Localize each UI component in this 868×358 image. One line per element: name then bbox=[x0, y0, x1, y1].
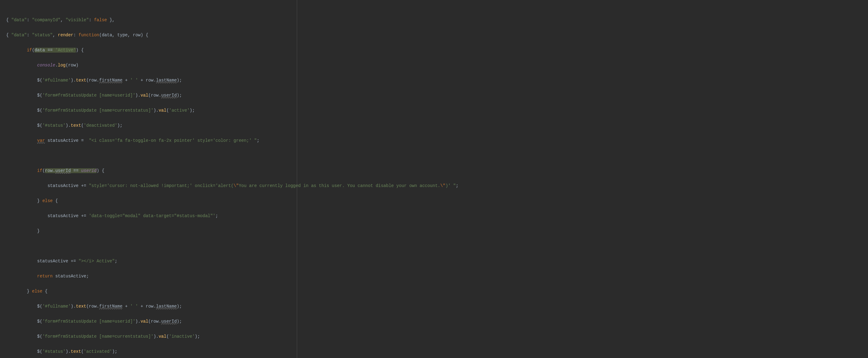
code-line[interactable]: $('form#frmStatusUpdate [name=currentsta… bbox=[6, 333, 868, 340]
code-line[interactable]: statusActive += 'data-toggle="modal" dat… bbox=[6, 212, 868, 220]
code-line[interactable]: if(row.userId == userid) { bbox=[6, 167, 868, 175]
code-line[interactable]: $('#status').text('activated'); bbox=[6, 348, 868, 356]
code-line[interactable]: return statusActive; bbox=[6, 272, 868, 280]
code-line[interactable]: var statusActive = "<i class='fa fa-togg… bbox=[6, 137, 868, 144]
code-line[interactable]: } bbox=[6, 227, 868, 235]
code-line[interactable]: if(data == 'Active') { bbox=[6, 46, 868, 54]
code-line[interactable]: statusActive += "style='cursor: not-allo… bbox=[6, 182, 868, 190]
code-line[interactable]: } else { bbox=[6, 288, 868, 295]
code-line[interactable]: $('#status').text('deactivated'); bbox=[6, 122, 868, 129]
code-line[interactable]: } else { bbox=[6, 197, 868, 205]
code-line[interactable]: $('#fullname').text(row.firstName + ' ' … bbox=[6, 303, 868, 310]
code-line[interactable]: statusActive += "></i> Active"; bbox=[6, 257, 868, 265]
code-line[interactable]: { "data": "companyId", "visible": false … bbox=[6, 16, 868, 24]
code-line[interactable]: console.log(row) bbox=[6, 62, 868, 69]
code-line[interactable]: $('form#frmStatusUpdate [name=userid]').… bbox=[6, 318, 868, 325]
code-editor[interactable]: { "data": "companyId", "visible": false … bbox=[0, 0, 868, 358]
code-line[interactable]: $('form#frmStatusUpdate [name=currentsta… bbox=[6, 107, 868, 115]
right-margin-ruler bbox=[297, 0, 297, 358]
code-line[interactable]: { "data": "status", render: function(dat… bbox=[6, 31, 868, 39]
code-line[interactable] bbox=[6, 152, 868, 160]
code-line[interactable]: $('#fullname').text(row.firstName + ' ' … bbox=[6, 76, 868, 84]
code-line[interactable]: $('form#frmStatusUpdate [name=userid]').… bbox=[6, 92, 868, 99]
code-line[interactable] bbox=[6, 242, 868, 250]
